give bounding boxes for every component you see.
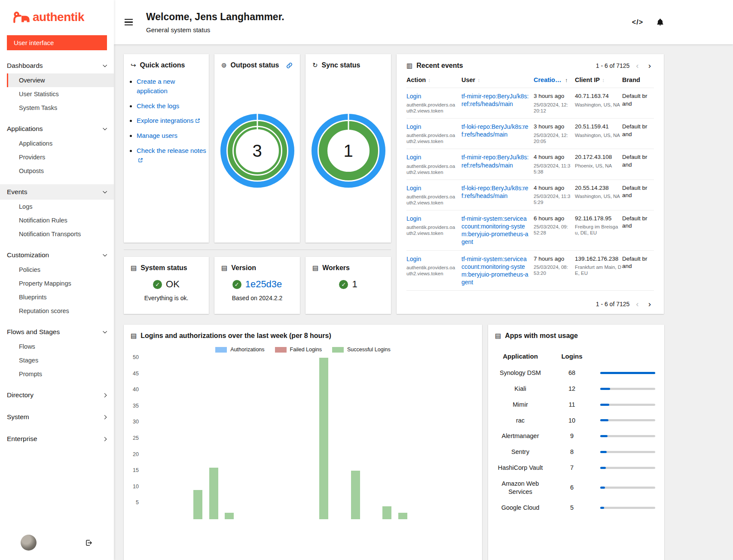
events-column-user[interactable]: User↕ [461, 73, 534, 88]
event-row[interactable]: Loginauthentik.providers.oauth2.views.to… [406, 180, 654, 210]
quick-action-link-create-a-new-application[interactable]: Create a new application [137, 78, 175, 94]
event-brand-cell: Default brand [622, 210, 654, 250]
workers-value: 1 [352, 279, 357, 290]
event-brand-cell: Default brand [622, 88, 654, 119]
event-row[interactable]: Loginauthentik.providers.oauth2.views.to… [406, 250, 654, 291]
event-action-link[interactable]: Login [406, 184, 421, 192]
events-column-brand: Brand [622, 73, 654, 88]
sidebar-item-notification-rules[interactable]: Notification Rules [0, 213, 114, 227]
sidebar-item-outposts[interactable]: Outposts [0, 164, 114, 178]
sidebar-section-toggle-events[interactable]: Events [0, 184, 114, 200]
apps-table-body: Synology DSM68Kiali12Mimir11rac10Alertma… [488, 365, 664, 515]
pagination-next-icon[interactable]: › [645, 300, 654, 308]
chart-bar [193, 490, 202, 519]
sidebar-section-toggle-dashboards[interactable]: Dashboards [0, 58, 114, 73]
sidebar-section-toggle-system[interactable]: System [0, 409, 114, 425]
sidebar-section-toggle-applications[interactable]: Applications [0, 121, 114, 137]
sidebar-section-toggle-directory[interactable]: Directory [0, 387, 114, 403]
api-drawer-icon[interactable]: </> [632, 18, 643, 26]
avatar[interactable] [21, 535, 37, 551]
sidebar-item-notification-transports[interactable]: Notification Transports [0, 227, 114, 241]
event-client-ip-cell: 20.51.159.41Washington, US, NA [575, 119, 622, 149]
sidebar-item-providers[interactable]: Providers [0, 150, 114, 164]
sidebar-item-user-statistics[interactable]: User Statistics [0, 87, 114, 101]
events-column-creation-date[interactable]: Creation date↑ [534, 73, 575, 88]
outpost-link-icon[interactable] [286, 62, 293, 69]
events-column-client-ip[interactable]: Client IP↕ [575, 73, 622, 88]
sidebar-item-policies[interactable]: Policies [0, 263, 114, 277]
system-status-title: System status [140, 264, 187, 272]
sidebar-section-toggle-enterprise[interactable]: Enterprise [0, 431, 114, 447]
legend-swatch [215, 347, 227, 353]
pagination-range: 1 - 6 of 7125 [596, 301, 630, 307]
pagination-prev-icon[interactable]: ‹ [633, 61, 641, 70]
sidebar-item-logs[interactable]: Logs [0, 200, 114, 213]
chevron-down-icon [103, 252, 107, 256]
sidebar-section-toggle-flows-and-stages[interactable]: Flows and Stages [0, 324, 114, 340]
app-usage-row: Alertmanager9 [488, 428, 664, 444]
quick-action-link-explore-integrations[interactable]: Explore integrations [137, 117, 194, 124]
authentik-logo[interactable]: authentik [0, 0, 114, 31]
notifications-bell-icon[interactable] [656, 18, 664, 26]
app-usage-cell [591, 381, 664, 397]
sync-status-icon: ↻ [312, 61, 318, 69]
event-action-link[interactable]: Login [406, 92, 421, 100]
event-location: Washington, US, NA [575, 193, 621, 199]
user-interface-button[interactable]: User interface [7, 35, 107, 50]
app-login-count: 10 [553, 413, 591, 429]
event-user-link[interactable]: tf-loki-repo:BeryJu/k8s:ref:refs/heads/m… [461, 184, 529, 200]
event-action-link[interactable]: Login [406, 255, 421, 263]
sidebar-item-flows[interactable]: Flows [0, 340, 114, 353]
event-location: Washington, US, NA [575, 102, 621, 108]
event-user-link[interactable]: tf-mimir-system:serviceaccount:monitorin… [461, 215, 529, 246]
app-usage-row: Mimir11 [488, 397, 664, 413]
sidebar-item-prompts[interactable]: Prompts [0, 367, 114, 381]
pagination-next-icon[interactable]: › [645, 61, 654, 70]
events-pagination-top: 1 - 6 of 7125 ‹ › [596, 61, 654, 70]
pagination-prev-icon[interactable]: ‹ [633, 300, 641, 308]
sidebar-item-system-tasks[interactable]: System Tasks [0, 101, 114, 115]
sign-out-icon[interactable] [85, 539, 93, 547]
quick-action-link-check-the-logs[interactable]: Check the logs [137, 102, 179, 110]
event-creation-cell: 3 hours ago25/03/2024, 12:20:12 [534, 88, 575, 119]
event-row[interactable]: Loginauthentik.providers.oauth2.views.to… [406, 88, 654, 119]
outpost-status-value: 3 [220, 114, 294, 188]
event-row[interactable]: Loginauthentik.providers.oauth2.views.to… [406, 149, 654, 180]
content: ↪ Quick actions Create a new application… [114, 44, 733, 560]
chevron-down-icon [103, 63, 107, 67]
menu-toggle-icon[interactable] [124, 17, 134, 27]
event-brand-cell: Default brand [622, 180, 654, 210]
event-action-link[interactable]: Login [406, 215, 421, 222]
event-time-relative: 3 hours ago [534, 92, 571, 100]
sidebar-section-toggle-customization[interactable]: Customization [0, 247, 114, 263]
event-user-link[interactable]: tf-mimir-repo:BeryJu/k8s:ref:refs/heads/… [461, 153, 529, 169]
sidebar-item-overview[interactable]: Overview [7, 73, 114, 87]
chart-bar [398, 513, 407, 519]
event-action-cell: Loginauthentik.providers.oauth2.views.to… [406, 180, 461, 210]
version-card: ▤ Version ✓ 1e25d3e Based on 2024.2.2 [214, 257, 300, 314]
quick-action-link-manage-users[interactable]: Manage users [137, 132, 177, 139]
event-row[interactable]: Loginauthentik.providers.oauth2.views.to… [406, 210, 654, 250]
sidebar-item-blueprints[interactable]: Blueprints [0, 290, 114, 304]
event-user-link[interactable]: tf-mimir-system:serviceaccount:monitorin… [461, 255, 529, 286]
event-action-link[interactable]: Login [406, 153, 421, 161]
version-value[interactable]: 1e25d3e [245, 279, 282, 290]
quick-action-link-check-the-release-notes[interactable]: Check the release notes [137, 147, 206, 154]
sidebar-item-applications[interactable]: Applications [0, 137, 114, 150]
sidebar-item-reputation-scores[interactable]: Reputation scores [0, 304, 114, 318]
page-subtitle: General system status [146, 26, 284, 33]
sidebar: authentik User interface DashboardsOverv… [0, 0, 114, 560]
event-row[interactable]: Loginauthentik.providers.oauth2.views.to… [406, 119, 654, 149]
outpost-status-title: Outpost status [231, 61, 279, 69]
chart-bar [319, 358, 328, 519]
event-action-link[interactable]: Login [406, 123, 421, 131]
events-column-action[interactable]: Action↕ [406, 73, 461, 88]
usage-bar-track [600, 487, 655, 489]
outpost-status-icon: ⊚ [221, 61, 227, 69]
event-user-link[interactable]: tf-loki-repo:BeryJu/k8s:ref:refs/heads/m… [461, 123, 529, 138]
event-user-link[interactable]: tf-mimir-repo:BeryJu/k8s:ref:refs/heads/… [461, 92, 529, 108]
chart-plot-area [143, 358, 473, 519]
sidebar-item-stages[interactable]: Stages [0, 353, 114, 367]
app-name: HashiCorp Vault [488, 460, 553, 476]
sidebar-item-property-mappings[interactable]: Property Mappings [0, 277, 114, 290]
